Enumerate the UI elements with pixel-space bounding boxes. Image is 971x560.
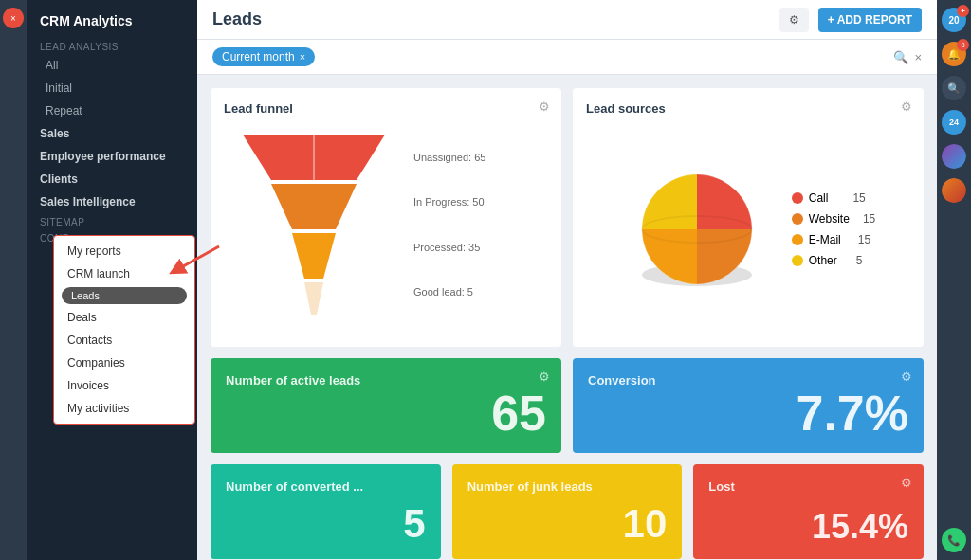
junk-leads-card: Number of junk leads 10 <box>452 464 683 559</box>
submenu-item-contacts[interactable]: Contacts <box>54 329 194 352</box>
sidebar-section-sitemap: SITEMAP <box>27 213 197 229</box>
submenu-box: My reports CRM launch Leads Deals Contac… <box>53 235 195 425</box>
lead-funnel-gear[interactable]: ⚙ <box>539 99 550 114</box>
legend-email-label: E-Mail <box>809 233 841 246</box>
submenu-item-invoices[interactable]: Invoices <box>54 374 194 397</box>
conversion-value: 7.7% <box>588 388 908 438</box>
sidebar-item-clients[interactable]: Clients <box>27 168 197 190</box>
submenu-item-crm-launch[interactable]: CRM launch <box>54 262 194 285</box>
page-title: Leads <box>212 9 770 29</box>
lead-funnel-card: Lead funnel ⚙ <box>211 88 561 347</box>
funnel-chart <box>224 125 404 324</box>
converted-leads-card: Number of converted ... 5 <box>211 464 441 559</box>
legend-item-email: E-Mail 15 <box>792 233 876 246</box>
funnel-label-processed: Processed: 35 <box>413 242 486 253</box>
gear-button[interactable]: ⚙ <box>779 8 809 32</box>
bottom-row: Number of converted ... 5 Number of junk… <box>211 464 924 559</box>
submenu-item-my-activities[interactable]: My activities <box>54 397 194 420</box>
converted-leads-value: 5 <box>226 504 426 544</box>
search-icon[interactable]: 🔍 <box>893 50 908 64</box>
legend-call-value: 15 <box>852 191 865 205</box>
active-leads-card: Number of active leads ⚙ 65 <box>211 358 561 453</box>
legend-item-other: Other 5 <box>792 254 876 267</box>
notification-badge: 3 <box>957 39 969 51</box>
conversion-card: Conversion ⚙ 7.7% <box>573 358 924 453</box>
green-phone-button[interactable]: 📞 <box>942 528 966 552</box>
active-leads-gear[interactable]: ⚙ <box>539 370 550 384</box>
search-icon-right[interactable]: 🔍 <box>942 76 966 100</box>
main-content: Leads ⚙ + ADD REPORT Current month × 🔍 ×… <box>197 0 937 560</box>
funnel-labels: Unassigned: 65 In Progress: 50 Processed… <box>413 125 486 334</box>
profile-badge: + <box>957 5 969 17</box>
lost-gear[interactable]: ⚙ <box>901 476 912 490</box>
sidebar-item-sales[interactable]: Sales <box>27 122 197 145</box>
active-leads-value: 65 <box>226 388 546 438</box>
filter-bar: Current month × 🔍 × <box>197 40 937 75</box>
lost-card: Lost ⚙ 15.4% <box>693 464 924 559</box>
filter-tag-current-month[interactable]: Current month × <box>212 47 315 66</box>
legend-email-value: 15 <box>858 233 870 246</box>
funnel-label-unassigned: Unassigned: 65 <box>413 152 486 163</box>
legend-other-label: Other <box>809 254 837 267</box>
avatar2[interactable] <box>942 178 966 203</box>
avatar1[interactable] <box>942 144 966 169</box>
sidebar-item-repeat[interactable]: Repeat <box>27 99 197 122</box>
dashboard: Lead funnel ⚙ <box>197 75 937 560</box>
sidebar-item-initial[interactable]: Initial <box>27 77 197 99</box>
sidebar-item-sales-intelligence[interactable]: Sales Intelligence <box>27 190 197 213</box>
legend-call-label: Call <box>809 191 829 205</box>
junk-leads-value: 10 <box>467 504 668 544</box>
live-icon[interactable]: 24 <box>942 110 966 135</box>
close-button[interactable]: × <box>3 8 24 28</box>
submenu-item-leads[interactable]: Leads <box>62 287 187 304</box>
legend-website-value: 15 <box>863 212 875 226</box>
submenu-item-deals[interactable]: Deals <box>54 306 194 329</box>
notification-icon[interactable]: 🔔 3 <box>942 42 966 66</box>
junk-leads-title: Number of junk leads <box>467 479 668 494</box>
svg-marker-4 <box>292 233 336 279</box>
legend-item-call: Call 15 <box>792 191 876 205</box>
sidebar-item-all[interactable]: All <box>27 54 197 77</box>
clear-icon[interactable]: × <box>914 50 922 64</box>
legend-item-website: Website 15 <box>792 212 876 226</box>
pie-legend: Call 15 Website 15 E-Mail 15 <box>792 191 876 267</box>
funnel-label-goodlead: Good lead: 5 <box>413 286 486 298</box>
lead-sources-title: Lead sources <box>586 101 910 116</box>
submenu-item-my-reports[interactable]: My reports <box>54 240 194 262</box>
legend-other-value: 5 <box>856 254 863 267</box>
svg-marker-3 <box>271 184 357 229</box>
legend-website-label: Website <box>809 212 850 226</box>
right-sidebar: 20 + 🔔 3 🔍 24 📞 <box>937 0 971 560</box>
submenu-item-companies[interactable]: Companies <box>54 352 194 374</box>
topbar: Leads ⚙ + ADD REPORT <box>197 0 937 40</box>
conversion-gear[interactable]: ⚙ <box>901 370 912 384</box>
sidebar-item-employee-performance[interactable]: Employee performance <box>27 145 197 168</box>
lead-funnel-title: Lead funnel <box>224 101 548 116</box>
filter-tag-close[interactable]: × <box>300 51 305 63</box>
sidebar-lead-analysis-label: Lead analysis <box>27 38 197 54</box>
filter-tag-label: Current month <box>222 50 295 63</box>
svg-marker-5 <box>304 282 323 315</box>
profile-icon[interactable]: 20 + <box>942 8 966 32</box>
sidebar-title: CRM Analytics <box>27 6 197 38</box>
converted-leads-title: Number of converted ... <box>226 479 426 494</box>
funnel-label-inprogress: In Progress: 50 <box>413 196 486 208</box>
icon-bar: × <box>0 0 27 560</box>
lost-value: 15.4% <box>708 510 908 544</box>
lead-sources-gear[interactable]: ⚙ <box>901 99 912 114</box>
lost-title: Lost <box>708 479 908 494</box>
pie-chart <box>621 154 773 305</box>
lead-sources-card: Lead sources ⚙ <box>573 88 924 347</box>
add-report-button[interactable]: + ADD REPORT <box>818 8 922 32</box>
filter-search: 🔍 × <box>893 50 922 64</box>
